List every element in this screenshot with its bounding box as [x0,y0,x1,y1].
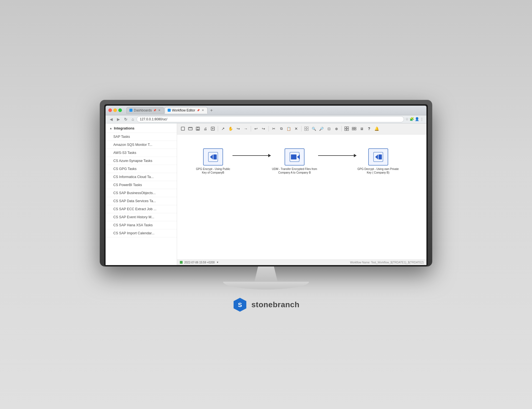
svg-rect-17 [352,127,354,128]
redo-btn[interactable]: ↪ [260,125,267,132]
sidebar-item-cs-sap-ds[interactable]: CS SAP Data Services Ta... [106,197,177,205]
sidebar-section-header[interactable]: ▲ Integrations [106,123,177,133]
workflow-node-2[interactable]: UDM - Transfer Encrypted Files from Comp… [271,148,318,174]
node-1-box[interactable] [203,148,223,166]
workflow-editor-tab-label: Workflow Editor [172,108,195,112]
svg-rect-14 [347,127,349,128]
workflow-name: Workflow Name: Test_Workflow_${TRDATE1}_… [350,261,424,264]
main-content: 🖨 ↗ ✋ ↪ → ↩ ↪ [177,123,426,265]
sidebar-item-cs-sap-bo[interactable]: CS SAP BusinessObjects... [106,189,177,197]
dashboards-label: Dashboards [134,108,152,112]
sidebar-item-cs-sap-hana[interactable]: CS SAP Hana XSA Tasks [106,221,177,229]
notifications-btn[interactable]: 🔔 [373,125,380,132]
pointer-btn[interactable]: ↗ [219,125,227,132]
tab-dashboards[interactable]: Workflow Editor Dashboards 📌 ✕ [126,107,164,114]
app-layout: ▲ Integrations SAP Tasks Amazon SQS Moni… [106,123,426,265]
save-btn[interactable] [194,125,201,132]
tab-workflow-editor[interactable]: Workflow Editor 📌 ✕ [165,107,208,114]
status-indicator [180,261,183,264]
paste-btn[interactable]: 📋 [285,125,292,132]
home-button[interactable]: ⌂ [130,116,135,122]
toolbar-sep-2 [251,126,251,131]
address-bar[interactable] [137,116,404,122]
node-3-icon [373,152,383,162]
help-btn[interactable]: ? [365,125,373,132]
menu-button[interactable]: ⋮ [420,117,424,121]
section-chevron: ▲ [109,127,112,130]
brand-logo: S stonebranch [232,297,300,312]
workflow-nodes-container: GPG Encrypt - Using Public Key of Compan… [194,148,400,174]
sidebar-item-cs-powerbi[interactable]: CS PowerBI Tasks [106,181,177,189]
layout-btn[interactable] [351,125,358,132]
delete-btn[interactable]: ✕ [293,125,300,132]
svg-rect-20 [354,129,356,130]
extensions-button[interactable]: 🧩 [410,117,414,121]
star-button[interactable]: ☆ [405,117,409,121]
status-dropdown[interactable]: ▼ [216,261,219,264]
workflow-editor-pin: 📌 [197,109,200,112]
cut-btn[interactable]: ✂ [270,125,277,132]
close-btn[interactable] [108,108,112,112]
status-datetime: 2022-07-06 15:59 +0200 [184,261,215,264]
maximize-btn[interactable] [118,108,122,112]
forward-button[interactable]: ▶ [116,116,121,122]
svg-rect-5 [197,129,199,130]
zoom-in-btn[interactable]: 🔍 [310,125,318,132]
hand-btn[interactable]: ✋ [227,125,234,132]
fit-btn[interactable]: ⊡ [325,125,332,132]
dashboards-close[interactable]: ✕ [158,109,161,112]
workflow-node-3[interactable]: GPG Decrypt - Using own Private Key ( Co… [357,148,400,174]
svg-text:S: S [238,301,242,308]
browser-titlebar: Workflow Editor Dashboards 📌 ✕ Workflow … [106,106,426,115]
zoom-out-btn[interactable]: 🔎 [318,125,325,132]
sidebar-item-cs-gpg[interactable]: CS GPG Tasks [106,165,177,173]
sidebar-item-cs-informatica[interactable]: CS Informatica Cloud Ta... [106,173,177,181]
select-all-btn[interactable] [303,125,310,132]
add-btn[interactable] [209,125,216,132]
print-btn[interactable]: 🖨 [202,125,209,132]
grid-btn[interactable] [343,125,350,132]
screen-btn[interactable]: 🖥 [358,125,365,132]
svg-rect-11 [305,129,306,131]
workflow-canvas[interactable]: GPG Encrypt - Using Public Key of Compan… [177,134,426,260]
directed-connect-btn[interactable]: → [242,125,249,132]
sidebar-item-sap-tasks[interactable]: SAP Tasks [106,133,177,141]
monitor-stand-base [223,282,309,289]
sidebar-item-aws-s3[interactable]: AWS-S3 Tasks [106,149,177,157]
sidebar-item-cs-sap-ecc[interactable]: CS SAP ECC Extract Job ... [106,205,177,213]
workflow-node-1[interactable]: GPG Encrypt - Using Public Key of Compan… [194,148,232,174]
status-bar: 2022-07-06 15:59 +0200 ▼ Workflow Name: … [177,260,426,265]
sidebar-item-cs-sap-event[interactable]: CS SAP Event History M... [106,213,177,221]
sidebar-item-cs-azure[interactable]: CS Azure-Synapse Tasks [106,157,177,165]
sidebar-item-cs-sap-import[interactable]: CS SAP Import Calendar... [106,229,177,237]
node-2-box[interactable] [285,148,305,166]
svg-rect-23 [213,154,217,159]
svg-rect-10 [307,127,308,128]
undo-btn[interactable]: ↩ [252,125,260,132]
monitor-bezel: Workflow Editor Dashboards 📌 ✕ Workflow … [104,104,428,266]
sidebar-item-amazon-sqs[interactable]: Amazon SQS Monitor T... [106,141,177,149]
monitor-stand-neck [248,266,284,282]
browser-navbar: ◀ ▶ ↻ ⌂ ☆ 🧩 👤 ⋮ [106,115,426,123]
minimize-btn[interactable] [113,108,117,112]
workflow-editor-close[interactable]: ✕ [201,109,204,112]
copy-btn[interactable]: ⧉ [278,125,285,132]
svg-rect-4 [197,127,199,128]
brand-name: stonebranch [251,300,300,309]
toolbar-sep-1 [218,126,218,131]
svg-rect-12 [307,129,308,131]
reload-button[interactable]: ↻ [123,116,129,122]
browser-window: Workflow Editor Dashboards 📌 ✕ Workflow … [106,106,426,265]
brand-hexagon: S [232,297,247,312]
toolbar: 🖨 ↗ ✋ ↪ → ↩ ↪ [177,123,426,134]
zoom-custom-btn[interactable]: ⊕ [333,125,340,132]
dashboards-favicon [129,109,132,112]
new-tab-button[interactable]: + [208,107,215,114]
connect-btn[interactable]: ↪ [235,125,242,132]
node-3-box[interactable] [368,148,388,166]
connector-1 [232,148,271,157]
back-button[interactable]: ◀ [108,116,114,122]
container-tool-btn[interactable] [187,125,194,132]
select-tool-btn[interactable] [179,125,186,132]
profile-button[interactable]: 👤 [415,117,419,121]
